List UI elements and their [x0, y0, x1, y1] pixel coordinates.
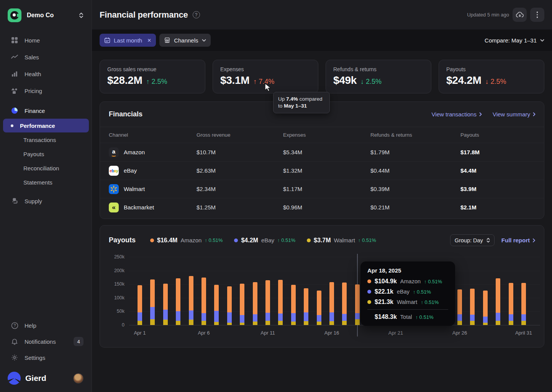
page-title: Financial performance	[100, 10, 188, 20]
stacked-bar[interactable]	[470, 289, 475, 325]
stacked-bar[interactable]	[304, 288, 308, 325]
x-axis-tick: Apr 6	[187, 330, 221, 336]
remove-filter-icon[interactable]: ✕	[147, 38, 151, 43]
sidebar-item-help[interactable]: ? Help	[0, 318, 92, 333]
stacked-bar[interactable]	[329, 282, 334, 325]
sidebar-item-notifications[interactable]: Notifications 4	[0, 334, 92, 349]
workspace-selector-icon	[79, 12, 84, 18]
legend-item[interactable]: $16.4MAmazon↑ 0.51%	[150, 237, 223, 244]
sidebar-item-label: Settings	[25, 354, 45, 361]
sidebar-item-performance[interactable]: Performance	[3, 119, 89, 132]
table-row[interactable]: ebayeBay$2.63M$1.32M$0.44M$4.4M	[100, 161, 544, 180]
stacked-bar[interactable]	[138, 285, 142, 325]
sidebar-item-label: Transactions	[23, 137, 56, 143]
stacked-bar[interactable]	[355, 284, 360, 325]
sidebar-item-label: Home	[25, 37, 40, 44]
stacked-bar[interactable]	[509, 283, 513, 325]
page-help-icon[interactable]: ?	[193, 11, 200, 18]
kpi-label: Gross sales revenue	[107, 66, 198, 72]
chevron-right-icon	[532, 238, 536, 243]
gierd-logo	[8, 372, 21, 385]
table-row[interactable]: «Backmarket$1.25M$0.96M$0.21M$2.1M	[100, 198, 544, 216]
stacked-bar[interactable]	[521, 283, 526, 325]
legend-value: $3.7M	[314, 237, 331, 244]
sidebar: Demo Co Home Sales Health Pricing Financ…	[0, 0, 92, 392]
stacked-bar[interactable]	[176, 278, 180, 325]
kpi-delta: ↓ 2.5%	[360, 78, 382, 86]
kpi-card[interactable]: Expenses$3.1M↑ 7.4%	[213, 60, 318, 93]
workspace-switcher[interactable]: Demo Co	[0, 7, 92, 24]
gear-icon	[11, 354, 18, 361]
svg-text:?: ?	[13, 323, 16, 328]
payouts-cell: $4.4M	[460, 167, 544, 174]
kpi-card[interactable]: Refunds & returns$49k↓ 2.5%	[326, 60, 431, 93]
legend-name: eBay	[261, 237, 274, 243]
sidebar-item-health[interactable]: Health	[0, 66, 92, 82]
channel-name: eBay	[124, 167, 137, 174]
stacked-bar[interactable]	[201, 278, 206, 325]
sidebar-item-settings[interactable]: Settings	[0, 350, 92, 365]
payouts-title: Payouts	[109, 236, 136, 244]
stacked-bar[interactable]	[265, 280, 270, 325]
tooltip-dot-icon	[367, 279, 371, 283]
channels-filter-chip[interactable]: Channels	[159, 34, 210, 47]
table-header: Channel Gross revenue Expenses Refunds &…	[100, 127, 544, 143]
stacked-bar[interactable]	[457, 289, 462, 325]
export-button[interactable]	[513, 8, 527, 22]
user-avatar[interactable]	[73, 373, 84, 384]
y-axis-tick: 250k	[100, 254, 124, 260]
stacked-bar[interactable]	[150, 279, 155, 325]
financials-title: Financials	[109, 110, 143, 118]
overflow-menu-button[interactable]	[530, 8, 544, 22]
stacked-bar[interactable]	[317, 291, 321, 325]
view-summary-link[interactable]: View summary	[493, 111, 536, 118]
sidebar-item-finance[interactable]: Finance	[0, 103, 92, 118]
kpi-card[interactable]: Gross sales revenue$28.2M↑ 2.5%	[100, 60, 205, 93]
stacked-bar[interactable]	[227, 286, 232, 325]
stacked-bar[interactable]	[291, 285, 296, 325]
sidebar-item-home[interactable]: Home	[0, 33, 92, 48]
kpi-value: $24.2M	[446, 74, 482, 87]
legend-item[interactable]: $3.7MWalmart↑ 0.51%	[307, 237, 376, 244]
supply-icon	[11, 197, 18, 205]
kpi-cards-row: Gross sales revenue$28.2M↑ 2.5%Expenses$…	[100, 60, 544, 93]
expenses-cell: $5.34M	[283, 149, 370, 155]
sidebar-item-label: Finance	[25, 108, 45, 114]
sidebar-item-supply[interactable]: Supply	[0, 193, 92, 209]
stacked-bar[interactable]	[240, 284, 244, 325]
y-axis-tick: 50k	[100, 308, 124, 314]
stacked-bar[interactable]	[214, 285, 219, 325]
group-by-selector[interactable]: Group: Day	[450, 234, 495, 246]
gridline	[129, 271, 540, 271]
sidebar-item-payouts[interactable]: Payouts	[0, 147, 92, 161]
full-report-link[interactable]: Full report	[501, 237, 536, 243]
kpi-delta: ↑ 7.4%	[253, 78, 274, 86]
table-row[interactable]: aAmazon$10.7M$5.34M$1.79M$17.8M	[100, 143, 544, 161]
channel-name: Amazon	[124, 149, 145, 155]
sidebar-item-pricing[interactable]: Pricing	[0, 83, 92, 98]
stacked-bar[interactable]	[483, 291, 488, 325]
channels-filter-label: Channels	[174, 37, 198, 44]
compare-selector[interactable]: Compare: May 1–31	[485, 37, 544, 44]
company-logo	[8, 8, 21, 22]
stacked-bar[interactable]	[342, 283, 347, 325]
sidebar-item-sales[interactable]: Sales	[0, 49, 92, 65]
sidebar-item-statements[interactable]: Statements	[0, 175, 92, 189]
kpi-card[interactable]: Payouts$24.2M↓ 2.5%	[439, 60, 544, 93]
stacked-bar[interactable]	[163, 284, 168, 325]
stacked-bar[interactable]	[278, 280, 283, 325]
sidebar-item-reconciliation[interactable]: Reconciliation	[0, 161, 92, 175]
tooltip-dot-icon	[367, 290, 371, 294]
sidebar-item-label: Supply	[25, 198, 42, 204]
view-transactions-link[interactable]: View transactions	[432, 111, 482, 118]
table-row[interactable]: Walmart$2.34M$1.17M$0.39M$3.9M	[100, 180, 544, 198]
bell-icon	[11, 338, 18, 345]
stacked-bar[interactable]	[189, 276, 193, 325]
date-filter-chip[interactable]: Last month ✕	[100, 34, 156, 47]
sidebar-item-transactions[interactable]: Transactions	[0, 133, 92, 147]
legend-item[interactable]: $4.2MeBay↑ 0.51%	[234, 237, 295, 244]
stacked-bar[interactable]	[496, 278, 500, 325]
stacked-bar[interactable]	[253, 282, 257, 325]
kpi-delta: ↑ 2.5%	[146, 78, 167, 86]
cloud-download-icon	[516, 11, 524, 18]
